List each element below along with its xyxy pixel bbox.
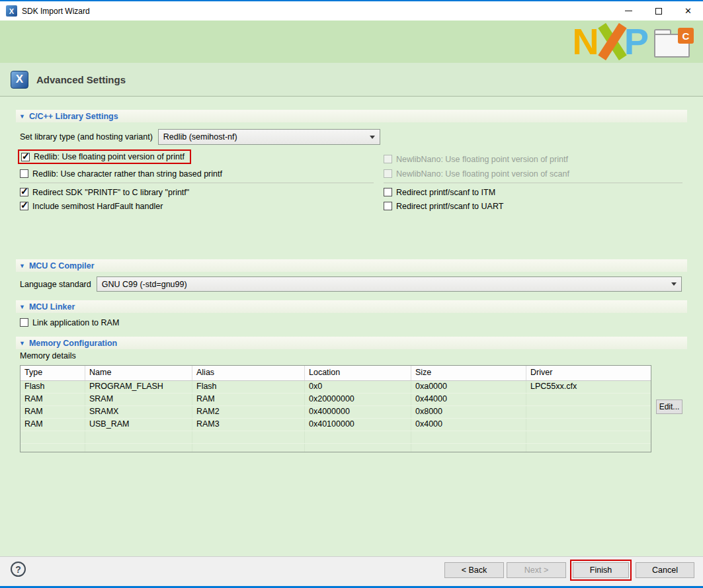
cell-alias: RAM2 [192,406,305,418]
page-title: Advanced Settings [36,74,126,85]
cancel-button[interactable]: Cancel [636,562,694,578]
left-column-divider [20,183,374,183]
checkbox-box [384,169,392,178]
section-title: MCU Linker [29,302,75,312]
checkbox-semihost-hardfault[interactable]: Include semihost HardFault handler [20,200,163,212]
cell-type: Flash [21,381,85,393]
table-header-row: Type Name Alias Location Size Driver [21,366,651,381]
library-type-combo[interactable]: Redlib (semihost-nf) [158,129,380,145]
cell-size: 0xa0000 [411,381,526,393]
checkbox-box [20,318,28,327]
section-header-library-settings[interactable]: ▼ C/C++ Library Settings [16,110,687,122]
sdk-import-wizard-window: X SDK Import Wizard ✕ N X P C X Advanced… [0,0,703,588]
checkbox-redlib-float-printf[interactable]: Redlib: Use floating point version of pr… [18,149,191,164]
checkbox-box [20,169,28,178]
cell-location: 0x40100000 [305,419,411,431]
checkbox-label: NewlibNano: Use floating point version o… [396,169,569,179]
checkbox-redirect-sdk-printf[interactable]: Redirect SDK "PRINTF" to C library "prin… [20,187,189,198]
back-button[interactable]: < Back [444,562,504,578]
cell-type: RAM [21,394,85,405]
memory-table: Type Name Alias Location Size Driver Fla… [20,365,651,452]
checkbox-box [21,153,30,161]
checkbox-box [20,202,28,210]
column-header-type: Type [21,366,85,380]
chevron-down-icon [365,130,380,144]
chevron-down-icon [667,277,681,291]
library-type-label: Set library type (and hosting variant) [20,132,153,142]
column-header-alias: Alias [192,366,305,380]
minimize-icon [625,11,632,11]
checkbox-label: Link application to RAM [32,318,119,327]
table-row[interactable]: RAM SRAM RAM 0x20000000 0x44000 [21,394,651,406]
collapse-triangle-icon: ▼ [19,304,25,310]
close-button[interactable]: ✕ [673,1,703,21]
section-header-compiler[interactable]: ▼ MCU C Compiler [16,259,687,272]
cell-size: 0x44000 [411,394,526,405]
cell-driver: LPC55xx.cfx [526,381,651,393]
cell-type: RAM [21,406,85,418]
wizard-content: ▼ C/C++ Library Settings Set library typ… [0,97,703,556]
checkbox-redirect-uart[interactable]: Redirect printf/scanf to UART [384,200,503,212]
cell-size: 0x8000 [411,406,526,418]
column-header-driver: Driver [526,366,651,380]
checkbox-box [20,188,28,196]
cell-driver [526,406,651,418]
column-header-size: Size [411,366,526,380]
checkbox-box [384,188,392,196]
cell-location: 0x4000000 [305,406,411,418]
cell-type: RAM [21,419,85,431]
table-row[interactable]: RAM SRAMX RAM2 0x4000000 0x8000 [21,406,651,419]
section-header-linker[interactable]: ▼ MCU Linker [16,300,687,313]
help-icon[interactable]: ? [11,562,26,577]
checkbox-box [384,202,392,210]
checkbox-label: Redirect printf/scanf to UART [396,202,503,211]
library-type-row: Set library type (and hosting variant) R… [0,128,703,146]
checkbox-label: NewlibNano: Use floating point version o… [396,155,568,164]
checkbox-redirect-itm[interactable]: Redirect printf/scanf to ITM [384,187,495,198]
cell-name: PROGRAM_FLASH [85,381,192,393]
checkbox-label: Redlib: Use character rather than string… [32,169,222,179]
checkbox-label: Redlib: Use floating point version of pr… [34,152,185,161]
checkbox-newlibnano-float-scanf: NewlibNano: Use floating point version o… [384,168,569,179]
table-row[interactable]: RAM USB_RAM RAM3 0x40100000 0x4000 [21,419,651,431]
mcuxpresso-x-logo-icon: X [11,71,28,89]
close-icon: ✕ [684,7,692,15]
column-header-location: Location [305,366,411,380]
checkbox-redlib-char-printf[interactable]: Redlib: Use character rather than string… [20,168,222,179]
maximize-button[interactable] [643,1,673,21]
cell-alias: RAM3 [192,419,305,431]
next-button: Next > [507,562,566,578]
language-standard-row: Language standard GNU C99 (-std=gnu99) [0,276,703,292]
table-row[interactable]: Flash PROGRAM_FLASH Flash 0x0 0xa0000 LP… [21,381,651,394]
combo-value: Redlib (semihost-nf) [163,132,365,142]
mcuxpresso-app-icon: X [6,5,17,17]
table-row-empty [21,431,651,444]
checkbox-label: Redirect SDK "PRINTF" to C library "prin… [32,188,189,197]
cell-size: 0x4000 [411,419,526,431]
minimize-button[interactable] [614,1,643,21]
collapse-triangle-icon: ▼ [19,340,25,347]
checkbox-newlibnano-float-printf: NewlibNano: Use floating point version o… [384,153,568,165]
checkbox-link-to-ram[interactable]: Link application to RAM [20,317,119,328]
folder-c-badge: C [678,28,694,44]
cell-location: 0x20000000 [305,394,411,405]
titlebar: X SDK Import Wizard ✕ [0,1,703,21]
checkbox-box [384,155,392,163]
edit-button[interactable]: Edit... [656,399,682,414]
cell-alias: RAM [192,394,305,405]
checkbox-label: Redirect printf/scanf to ITM [396,188,495,197]
banner: N X P C [0,21,703,63]
section-title: Memory Configuration [29,339,117,348]
collapse-triangle-icon: ▼ [19,263,25,269]
section-header-memory[interactable]: ▼ Memory Configuration [16,337,687,349]
memory-details-label: Memory details [20,351,76,360]
section-title: C/C++ Library Settings [29,112,118,121]
checkbox-label: Include semihost HardFault handler [32,202,163,211]
finish-button[interactable]: Finish [573,562,629,578]
window-title: SDK Import Wizard [22,7,90,16]
cell-name: SRAM [85,394,192,405]
cell-driver [526,394,651,405]
language-standard-combo[interactable]: GNU C99 (-std=gnu99) [97,276,682,292]
cell-driver [526,419,651,431]
column-header-name: Name [85,366,192,380]
